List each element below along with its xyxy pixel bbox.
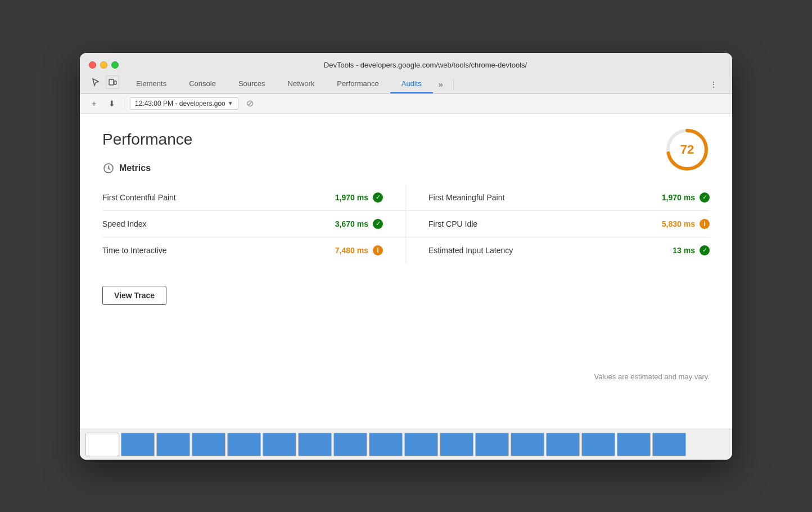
metric-row-si: Speed Index 3,670 ms ✓ [102, 211, 406, 237]
score-circle: 72 [665, 127, 710, 172]
metrics-left-col: First Contentful Paint 1,970 ms ✓ Speed … [102, 185, 406, 263]
metrics-section: Metrics First Contentful Paint 1,970 ms … [102, 162, 710, 263]
tab-sources[interactable]: Sources [227, 75, 277, 93]
view-trace-button[interactable]: View Trace [102, 286, 166, 305]
filmstrip-frame [85, 433, 119, 456]
minimize-button[interactable] [100, 61, 107, 69]
metric-label-fci: First CPU Idle [428, 219, 662, 228]
maximize-button[interactable] [111, 61, 119, 69]
metric-value-fcp: 1,970 ms [335, 193, 368, 202]
svg-rect-1 [114, 81, 116, 84]
filmstrip-frame [440, 433, 473, 456]
filmstrip-frame [333, 433, 367, 456]
dropdown-chevron-icon: ▼ [228, 100, 233, 106]
metric-row-fcp: First Contentful Paint 1,970 ms ✓ [102, 185, 406, 211]
metric-value-tti: 7,480 ms [335, 246, 368, 255]
filmstrip-frame [617, 433, 651, 456]
filmstrip-frame [404, 433, 438, 456]
devtools-window: DevTools - developers.google.com/web/too… [80, 53, 732, 460]
metric-label-fcp: First Contentful Paint [102, 193, 335, 202]
tab-performance[interactable]: Performance [326, 75, 390, 93]
session-dropdown[interactable]: 12:43:00 PM - developers.goo ▼ [130, 97, 238, 110]
tab-console[interactable]: Console [178, 75, 227, 93]
filmstrip-frame [192, 433, 225, 456]
filmstrip-frame [546, 433, 580, 456]
devtools-icons [89, 75, 119, 93]
session-timestamp: 12:43:00 PM - developers.goo [135, 100, 225, 107]
block-icon[interactable]: ⊘ [244, 97, 256, 110]
devtools-menu-button[interactable]: ⋮ [704, 75, 723, 93]
cursor-icon[interactable] [89, 75, 102, 89]
metrics-right-col: First Meaningful Paint 1,970 ms ✓ First … [406, 185, 710, 263]
tab-divider [453, 78, 454, 89]
toolbar: + ⬇ 12:43:00 PM - developers.goo ▼ ⊘ [80, 94, 732, 114]
metrics-title: Metrics [119, 163, 151, 173]
metric-status-eil: ✓ [700, 245, 710, 255]
metric-label-eil: Estimated Input Latency [428, 246, 673, 255]
metric-value-si: 3,670 ms [335, 219, 368, 228]
traffic-lights [89, 61, 119, 69]
add-button[interactable]: + [88, 97, 100, 110]
metrics-clock-icon [102, 162, 115, 174]
filmstrip-frame [652, 433, 686, 456]
metrics-grid: First Contentful Paint 1,970 ms ✓ Speed … [102, 185, 710, 263]
filmstrip-frame [263, 433, 296, 456]
filmstrip-frame [121, 433, 155, 456]
metric-label-fmp: First Meaningful Paint [428, 193, 662, 202]
metric-status-fci: i [700, 219, 710, 229]
tabs-row: Elements Console Sources Network Perform… [89, 75, 723, 93]
filmstrip-frame [511, 433, 544, 456]
filmstrip-frame [581, 433, 615, 456]
metric-row-eil: Estimated Input Latency 13 ms ✓ [406, 237, 710, 263]
svg-point-5 [107, 167, 110, 169]
metric-status-si: ✓ [373, 219, 383, 229]
titlebar: DevTools - developers.google.com/web/too… [80, 53, 732, 94]
metric-label-tti: Time to Interactive [102, 246, 335, 255]
score-circle-container: 72 [665, 127, 710, 172]
more-tabs-button[interactable]: » [433, 75, 449, 93]
window-title: DevTools - developers.google.com/web/too… [128, 61, 723, 69]
metric-status-fmp: ✓ [700, 192, 710, 203]
filmstrip-frame [475, 433, 509, 456]
tab-network[interactable]: Network [277, 75, 326, 93]
metric-label-si: Speed Index [102, 219, 335, 228]
close-button[interactable] [89, 61, 96, 69]
metric-value-fmp: 1,970 ms [662, 193, 695, 202]
metric-value-fci: 5,830 ms [662, 219, 695, 228]
filmstrip-strip [80, 429, 732, 460]
main-content: 72 Performance Metrics [80, 114, 732, 429]
svg-rect-0 [109, 79, 114, 85]
toolbar-divider [124, 98, 124, 109]
filmstrip-frame [156, 433, 190, 456]
filmstrip-frame [298, 433, 332, 456]
device-toggle-icon[interactable] [106, 75, 119, 89]
filmstrip-frame [369, 433, 403, 456]
values-note: Values are estimated and may vary. [594, 372, 710, 381]
tab-audits[interactable]: Audits [390, 75, 433, 93]
download-button[interactable]: ⬇ [106, 97, 118, 110]
score-value: 72 [680, 142, 694, 157]
metric-row-tti: Time to Interactive 7,480 ms i [102, 237, 406, 263]
metric-value-eil: 13 ms [673, 246, 695, 255]
performance-title: Performance [102, 131, 710, 149]
metric-status-tti: i [373, 245, 383, 255]
filmstrip-frame [227, 433, 261, 456]
tab-elements[interactable]: Elements [125, 75, 178, 93]
metric-row-fci: First CPU Idle 5,830 ms i [406, 211, 710, 237]
metrics-header: Metrics [102, 162, 710, 174]
metric-row-fmp: First Meaningful Paint 1,970 ms ✓ [406, 185, 710, 211]
metric-status-fcp: ✓ [373, 192, 383, 203]
